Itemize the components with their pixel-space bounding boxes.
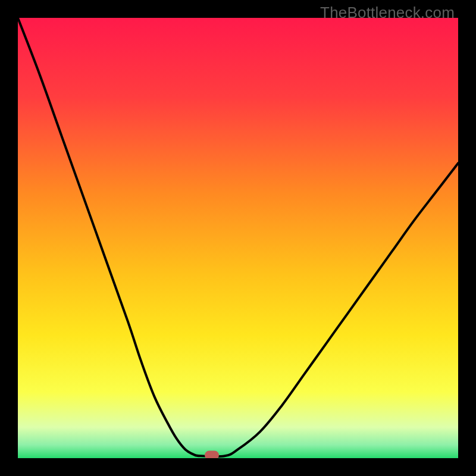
chart-frame: TheBottleneck.com bbox=[0, 0, 476, 476]
plot-area bbox=[18, 18, 458, 458]
watermark-text: TheBottleneck.com bbox=[320, 4, 455, 22]
bottleneck-curve bbox=[18, 18, 458, 458]
